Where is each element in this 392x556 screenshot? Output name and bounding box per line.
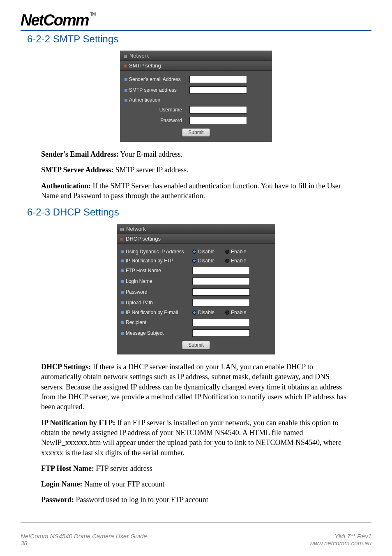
radio-ftp-disable[interactable]: Disable <box>192 258 214 264</box>
bullet-icon <box>121 259 124 262</box>
para-smtp-server: SMTP Server Address: SMTP server IP addr… <box>41 165 351 175</box>
logo-text: NetCommTM <box>21 12 95 29</box>
label-password: Password <box>125 118 186 123</box>
upload-path-input[interactable] <box>192 299 250 306</box>
bullet-icon <box>124 55 127 58</box>
para-authentication: Authentication: If the SMTP Server has e… <box>41 181 351 201</box>
label-ip-email: IP Notification by E-mail <box>121 310 189 315</box>
label-upload-path: Upload Path <box>121 300 189 306</box>
section-heading-smtp: 6-2-2 SMTP Settings <box>27 33 371 45</box>
bullet-icon <box>121 269 124 272</box>
dhcp-settings-panel: Network DHCP settings Using Dynamic IP A… <box>117 224 275 354</box>
logo-word: NetComm <box>21 12 88 29</box>
ftp-password-input[interactable] <box>192 288 250 296</box>
bullet-icon <box>125 89 127 92</box>
page-footer: NetComm NS4540 Dome Camera User Guide 38… <box>21 533 371 547</box>
para-ftp-host: FTP Host Name: FTP server address <box>41 463 351 473</box>
radio-dyn-enable[interactable]: Enable <box>225 249 246 255</box>
radio-email-enable[interactable]: Enable <box>225 310 246 315</box>
radio-icon <box>192 259 196 263</box>
label-smtp-server: SMTP server address <box>125 87 186 93</box>
logo-tm: TM <box>90 12 95 16</box>
panel-header-network: Network <box>120 51 272 61</box>
section-heading-dhcp: 6-2-3 DHCP Settings <box>27 206 371 218</box>
radio-dyn-disable[interactable]: Disable <box>192 249 214 255</box>
footer-rule <box>21 522 371 523</box>
message-subject-input[interactable] <box>192 329 250 337</box>
label-login-name: Login Name <box>121 278 189 284</box>
panel-header-text: Network <box>129 53 149 59</box>
username-input[interactable] <box>189 106 247 114</box>
footer-guide-title: NetComm NS4540 Dome Camera User Guide <box>21 533 147 540</box>
password-input[interactable] <box>189 117 247 124</box>
bullet-icon <box>121 301 124 304</box>
bullet-icon <box>121 311 124 314</box>
label-message-subject: Message Subject <box>121 330 189 336</box>
footer-revision: YML7** Rev1 <box>309 533 371 540</box>
panel-header-text: Network <box>126 226 146 232</box>
para-ip-ftp: IP Notification by FTP: If an FTP server… <box>41 418 351 458</box>
label-ftp-host: FTP Host Name <box>121 268 189 273</box>
sender-email-input[interactable] <box>189 76 247 83</box>
para-dhcp-settings: DHCP Settings: If there is a DHCP server… <box>41 362 351 412</box>
radio-email-disable[interactable]: Disable <box>192 310 214 315</box>
bullet-icon <box>124 65 127 67</box>
bullet-icon <box>125 99 127 102</box>
radio-icon <box>225 250 229 254</box>
header-rule <box>21 30 371 31</box>
label-ftp-password: Password <box>121 289 189 295</box>
ftp-host-input[interactable] <box>192 267 250 274</box>
panel-subheader-dhcp: DHCP settings <box>117 234 275 244</box>
footer-url: www.netcomm.com.au <box>309 540 371 547</box>
label-ip-ftp: IP Notification by FTP <box>121 258 189 264</box>
recipient-input[interactable] <box>192 319 250 326</box>
bullet-icon <box>121 321 124 324</box>
smtp-server-input[interactable] <box>189 86 247 94</box>
panel-subheader-text: DHCP settings <box>126 236 161 242</box>
bullet-icon <box>121 291 124 294</box>
brand-logo: NetCommTM <box>21 12 371 29</box>
submit-button[interactable]: Submit <box>182 128 210 137</box>
radio-icon <box>225 259 229 263</box>
label-recipient: Recipient <box>121 320 189 325</box>
panel-subheader-text: SMTP setting <box>129 63 161 69</box>
label-username: Username <box>125 107 186 113</box>
radio-icon <box>192 310 196 315</box>
panel-header-network: Network <box>117 224 275 234</box>
label-authentication: Authentication <box>125 97 186 103</box>
footer-page-number: 38 <box>21 540 147 547</box>
label-dynamic-ip: Using Dynamic IP Address <box>121 249 189 255</box>
bullet-icon <box>121 280 124 283</box>
bullet-icon <box>120 228 124 231</box>
bullet-icon <box>125 78 127 81</box>
radio-icon <box>225 310 229 315</box>
label-sender-email: Sender's email Address <box>125 76 186 82</box>
para-password: Password: Password used to log in to you… <box>41 495 351 505</box>
login-name-input[interactable] <box>192 278 250 285</box>
bullet-icon <box>120 238 123 241</box>
para-login-name: Login Name: Name of your FTP account <box>41 479 351 489</box>
radio-ftp-enable[interactable]: Enable <box>225 258 246 264</box>
panel-subheader-smtp: SMTP setting <box>120 61 272 71</box>
para-sender-email: Sender's Email Address: Your E-mail addr… <box>41 149 351 159</box>
bullet-icon <box>121 332 124 335</box>
bullet-icon <box>121 250 124 253</box>
submit-button[interactable]: Submit <box>182 341 210 349</box>
radio-icon <box>192 250 196 254</box>
smtp-settings-panel: Network SMTP setting Sender's email Addr… <box>120 51 272 142</box>
